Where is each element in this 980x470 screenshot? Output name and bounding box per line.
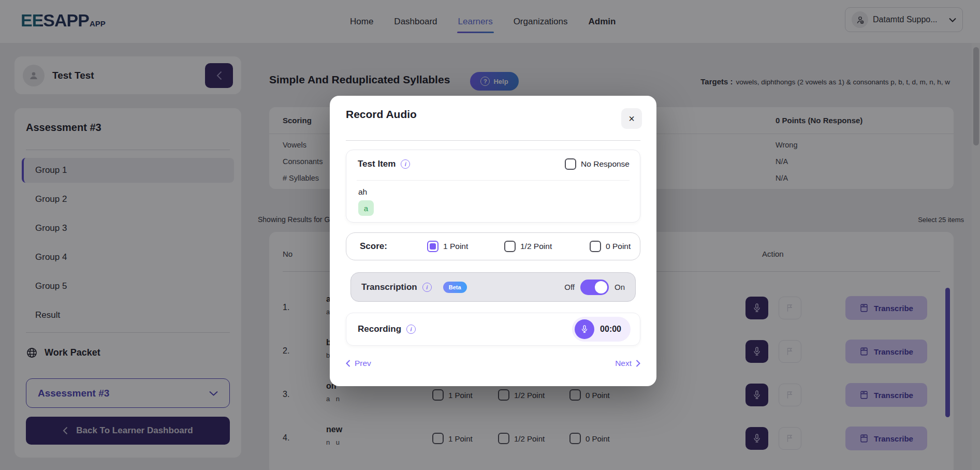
recording-card: Recording i 00:00 bbox=[346, 313, 640, 346]
beta-badge: Beta bbox=[443, 282, 467, 293]
app-window: EESAPP APP Home Dashboard Learners Organ… bbox=[0, 0, 980, 470]
test-item-label: Test Item bbox=[358, 159, 396, 169]
test-item-word: ah bbox=[358, 187, 367, 197]
score-card: Score: 1 Point 1/2 Point 0 Point bbox=[346, 232, 640, 260]
score-checkbox[interactable] bbox=[504, 241, 516, 252]
info-icon[interactable]: i bbox=[422, 283, 432, 292]
no-response-label: No Response bbox=[581, 159, 630, 169]
divider bbox=[357, 180, 630, 181]
no-response-checkbox[interactable] bbox=[565, 158, 576, 170]
close-icon[interactable]: × bbox=[621, 108, 642, 129]
record-audio-modal: Record Audio × Test Item i No Response a… bbox=[330, 96, 656, 386]
modal-title: Record Audio bbox=[346, 108, 417, 121]
record-button[interactable] bbox=[575, 319, 594, 339]
divider bbox=[346, 140, 640, 141]
chevron-left-icon bbox=[346, 360, 350, 367]
transcription-toggle[interactable] bbox=[580, 280, 609, 295]
prev-button[interactable]: Prev bbox=[346, 359, 371, 368]
recording-control: 00:00 bbox=[572, 317, 631, 342]
score-label: Score: bbox=[360, 241, 387, 252]
recording-label: Recording bbox=[358, 324, 401, 334]
score-checkbox[interactable] bbox=[590, 241, 601, 252]
test-item-card: Test Item i No Response ah a bbox=[346, 150, 640, 223]
chevron-right-icon bbox=[636, 360, 640, 367]
microphone-icon bbox=[580, 325, 589, 334]
score-option-1point: 1 Point bbox=[427, 241, 468, 252]
recording-timer: 00:00 bbox=[600, 325, 621, 334]
info-icon[interactable]: i bbox=[401, 159, 410, 169]
next-button[interactable]: Next bbox=[615, 359, 640, 368]
transcription-bar: Transcription i Beta Off On bbox=[350, 272, 636, 302]
score-checkbox-checked[interactable] bbox=[427, 241, 438, 252]
transcription-label: Transcription bbox=[361, 282, 417, 292]
toggle-knob bbox=[595, 281, 607, 293]
phoneme-badge: a bbox=[358, 200, 374, 216]
score-option-halfpoint: 1/2 Point bbox=[504, 241, 552, 252]
info-icon[interactable]: i bbox=[406, 325, 416, 334]
score-option-0point: 0 Point bbox=[590, 241, 631, 252]
toggle-off-label: Off bbox=[564, 283, 575, 291]
no-response-option: No Response bbox=[565, 158, 630, 170]
toggle-on-label: On bbox=[615, 283, 625, 291]
